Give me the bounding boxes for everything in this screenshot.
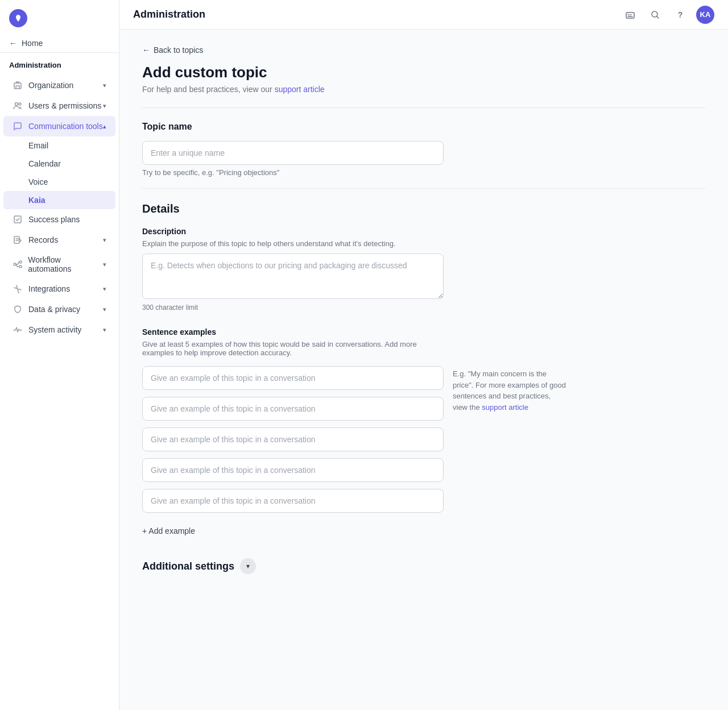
chevron-up-icon: ▴	[103, 123, 106, 130]
example-input-1[interactable]	[142, 366, 444, 390]
topic-name-hint: Try to be specific, e.g. "Pricing object…	[142, 168, 705, 177]
email-label: Email	[28, 141, 48, 150]
users-icon	[13, 101, 23, 111]
back-label: Back to topics	[154, 45, 203, 55]
keyboard-shortcut-button[interactable]	[621, 6, 639, 24]
sidebar-item-data-privacy[interactable]: Data & privacy ▾	[3, 299, 115, 319]
communication-tools-subitems: Email Calendar Voice Kaia	[0, 136, 119, 209]
example-hint-box: E.g. "My main concern is the price". For…	[453, 366, 566, 413]
topic-name-title: Topic name	[142, 122, 705, 132]
sidebar-item-workflow-label: Workflow automations	[28, 255, 103, 273]
sidebar-item-organization-label: Organization	[28, 81, 73, 90]
sidebar-item-comm-tools-label: Communication tools	[28, 122, 103, 131]
description-group: Description Explain the purpose of this …	[142, 227, 705, 312]
example-input-3[interactable]	[142, 427, 444, 451]
avatar-initials: KA	[700, 10, 711, 19]
additional-settings-title: Additional settings	[142, 560, 234, 572]
building-icon	[13, 80, 23, 90]
topbar-actions: ? KA	[621, 6, 714, 24]
svg-point-2	[19, 103, 21, 105]
section-divider-2	[142, 188, 705, 189]
details-title: Details	[142, 202, 705, 215]
records-icon	[13, 235, 23, 245]
chat-icon	[13, 121, 23, 131]
kaia-label: Kaia	[28, 196, 46, 205]
svg-rect-4	[14, 236, 19, 243]
additional-settings-section: Additional settings ▾	[142, 558, 705, 597]
sidebar-item-system-activity-label: System activity	[28, 325, 81, 334]
voice-label: Voice	[28, 177, 48, 186]
sidebar-item-users-label: Users & permissions	[28, 101, 101, 110]
home-label: Home	[22, 39, 43, 48]
sidebar-item-system-activity[interactable]: System activity ▾	[3, 319, 115, 340]
sidebar-item-workflow-automations[interactable]: Workflow automations ▾	[3, 250, 115, 279]
chevron-down-icon: ▾	[103, 102, 106, 110]
page-subtitle: For help and best practices, view our su…	[142, 85, 705, 94]
description-textarea[interactable]	[142, 254, 444, 299]
sidebar-item-organization[interactable]: Organization ▾	[3, 75, 115, 96]
sidebar-subitem-kaia[interactable]: Kaia	[3, 191, 115, 209]
main-area: Administration ? KA ← Back to topics Add…	[119, 0, 728, 710]
example-support-link[interactable]: support article	[482, 403, 528, 412]
example-input-2[interactable]	[142, 397, 444, 421]
sentence-examples-hint: Give at least 5 examples of how this top…	[142, 340, 444, 357]
shield-icon	[13, 304, 23, 314]
char-limit-text: 300 character limit	[142, 304, 705, 312]
home-arrow-icon: ←	[9, 39, 17, 48]
sidebar-subitem-voice[interactable]: Voice	[3, 173, 115, 191]
back-to-topics-link[interactable]: ← Back to topics	[142, 45, 705, 55]
sidebar-item-data-privacy-label: Data & privacy	[28, 305, 80, 314]
examples-inputs: + Add example	[142, 366, 444, 540]
sidebar-item-integrations-label: Integrations	[28, 284, 70, 293]
description-hint: Explain the purpose of this topic to hel…	[142, 239, 705, 248]
chevron-down-icon: ▾	[103, 261, 106, 268]
workflow-icon	[13, 259, 22, 269]
avatar: KA	[696, 6, 714, 24]
svg-rect-8	[626, 13, 634, 18]
example-input-4[interactable]	[142, 458, 444, 482]
sidebar-item-records-label: Records	[28, 235, 58, 244]
sidebar-item-users-permissions[interactable]: Users & permissions ▾	[3, 96, 115, 116]
svg-point-6	[19, 261, 22, 263]
chevron-down-icon: ▾	[103, 326, 106, 334]
subtitle-prefix: For help and best practices, view our	[142, 85, 275, 94]
support-article-link[interactable]: support article	[275, 85, 325, 94]
add-example-label: + Add example	[142, 526, 195, 535]
sentence-examples-title: Sentence examples	[142, 327, 705, 337]
sidebar-home-link[interactable]: ← Home	[0, 34, 119, 53]
add-example-button[interactable]: + Add example	[142, 522, 444, 540]
sidebar-item-integrations[interactable]: Integrations ▾	[3, 279, 115, 299]
sidebar-logo	[0, 0, 119, 34]
admin-section-title: Administration	[0, 57, 119, 75]
description-label: Description	[142, 227, 705, 236]
topbar: Administration ? KA	[119, 0, 728, 30]
section-divider	[142, 107, 705, 108]
examples-row: + Add example E.g. "My main concern is t…	[142, 366, 705, 540]
sidebar-subitem-calendar[interactable]: Calendar	[3, 155, 115, 173]
topbar-title: Administration	[133, 9, 205, 20]
sidebar-item-communication-tools[interactable]: Communication tools ▴	[3, 116, 115, 136]
help-button[interactable]: ?	[671, 6, 689, 24]
page-title: Add custom topic	[142, 64, 705, 81]
additional-settings-collapse-button[interactable]: ▾	[240, 558, 256, 574]
activity-icon	[13, 325, 23, 335]
svg-point-7	[19, 265, 22, 268]
example-input-5[interactable]	[142, 489, 444, 513]
integrations-icon	[13, 284, 23, 294]
chevron-down-icon: ▾	[103, 236, 106, 244]
chevron-down-icon: ▾	[103, 306, 106, 313]
chevron-down-icon: ▾	[103, 285, 106, 293]
svg-point-1	[15, 103, 18, 106]
chevron-down-icon: ▾	[246, 562, 250, 570]
search-button[interactable]	[646, 6, 664, 24]
sidebar-item-records[interactable]: Records ▾	[3, 230, 115, 250]
details-section: Details Description Explain the purpose …	[142, 202, 705, 597]
sentence-examples-section: Sentence examples Give at least 5 exampl…	[142, 327, 705, 540]
topic-name-input[interactable]	[142, 141, 444, 165]
calendar-label: Calendar	[28, 159, 61, 168]
sidebar: ← Home Administration Organization ▾ Use…	[0, 0, 119, 710]
sidebar-item-success-plans[interactable]: Success plans	[3, 209, 115, 230]
sidebar-item-success-plans-label: Success plans	[28, 215, 80, 224]
success-plans-icon	[13, 214, 23, 225]
sidebar-subitem-email[interactable]: Email	[3, 136, 115, 155]
